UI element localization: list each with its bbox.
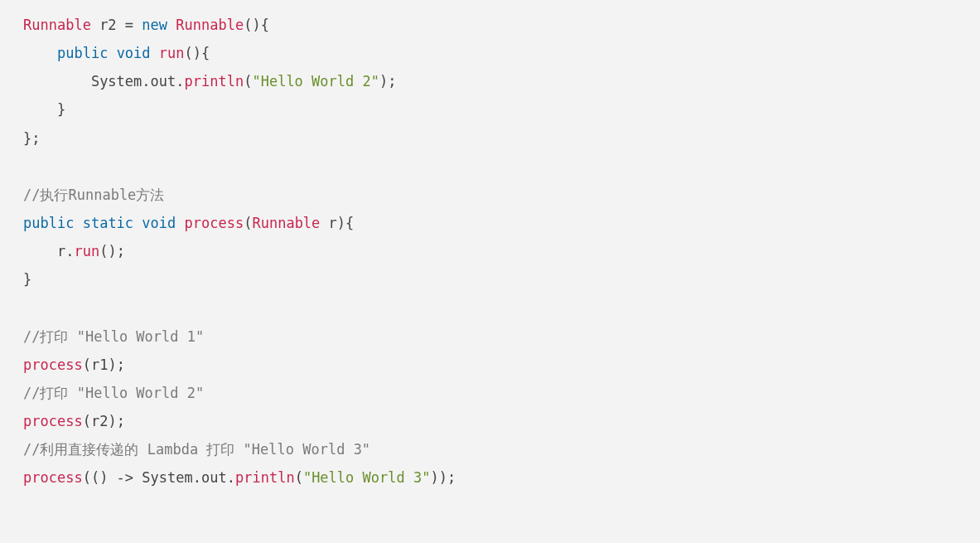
code-token: new xyxy=(142,17,167,33)
code-token: //打印 "Hello World 1" xyxy=(23,328,204,345)
code-token: ){ xyxy=(337,215,354,231)
code-token: out xyxy=(151,73,176,90)
code-block: Runnable r2 = new Runnable(){ public voi… xyxy=(23,12,957,492)
code-token xyxy=(133,469,142,486)
code-token xyxy=(151,45,159,61)
code-token: public xyxy=(23,215,74,231)
code-content: Runnable r2 = new Runnable(){ public voi… xyxy=(23,17,456,486)
code-token: Runnable xyxy=(252,215,328,231)
code-token: ); xyxy=(379,73,396,90)
code-token: r xyxy=(57,243,65,259)
code-token: "Hello World 3" xyxy=(303,469,431,486)
code-token: void xyxy=(117,45,151,61)
code-token: process xyxy=(185,215,244,231)
code-token: System xyxy=(142,469,192,486)
code-token: Runnable xyxy=(23,17,99,33)
code-token: println xyxy=(235,469,295,486)
code-token xyxy=(74,215,82,231)
code-token: (){ xyxy=(185,45,210,61)
code-token: r2 xyxy=(99,17,125,33)
code-token: ( xyxy=(244,215,252,231)
code-token xyxy=(108,45,116,61)
code-token: ( xyxy=(83,413,91,429)
code-token: ( xyxy=(244,73,252,90)
code-token: (); xyxy=(99,243,125,259)
code-token: ); xyxy=(108,356,124,373)
code-token: process xyxy=(23,469,83,486)
code-token: . xyxy=(176,73,184,90)
code-token: } xyxy=(23,101,65,118)
code-token: println xyxy=(185,73,244,90)
code-token xyxy=(23,243,57,259)
code-token: void xyxy=(142,215,176,231)
code-token: (() xyxy=(83,469,117,486)
code-token: -> xyxy=(117,469,133,486)
code-token: static xyxy=(83,215,133,231)
code-token: run xyxy=(74,243,99,259)
code-token: ( xyxy=(295,469,303,486)
code-token: "Hello World 2" xyxy=(252,73,379,90)
code-token xyxy=(176,215,184,231)
code-token: r xyxy=(329,215,337,231)
code-token: . xyxy=(227,469,235,486)
code-token: . xyxy=(65,243,74,259)
code-token: r1 xyxy=(91,356,108,373)
code-token xyxy=(23,45,57,61)
code-token: (){ xyxy=(244,17,269,33)
code-token: ); xyxy=(108,413,124,429)
code-token: . xyxy=(142,73,150,90)
code-token: ( xyxy=(83,356,91,373)
code-token: out xyxy=(201,469,227,486)
code-token: Runnable xyxy=(176,17,244,33)
code-token: //打印 "Hello World 2" xyxy=(23,385,204,401)
code-token: r2 xyxy=(91,413,108,429)
code-token: = xyxy=(125,17,133,33)
code-token xyxy=(23,73,91,90)
code-token xyxy=(133,17,142,33)
code-token xyxy=(133,215,142,231)
code-token: }; xyxy=(23,130,40,147)
code-token xyxy=(167,17,176,33)
code-token: public xyxy=(57,45,108,61)
code-token: process xyxy=(23,356,83,373)
code-token: . xyxy=(193,469,201,486)
code-token: //利用直接传递的 Lambda 打印 "Hello World 3" xyxy=(23,441,370,458)
code-token: System xyxy=(91,73,142,90)
code-token: process xyxy=(23,413,83,429)
code-token: run xyxy=(159,45,185,61)
code-token: //执行Runnable方法 xyxy=(23,187,164,203)
code-token: )); xyxy=(430,469,456,486)
code-token: } xyxy=(23,271,31,288)
